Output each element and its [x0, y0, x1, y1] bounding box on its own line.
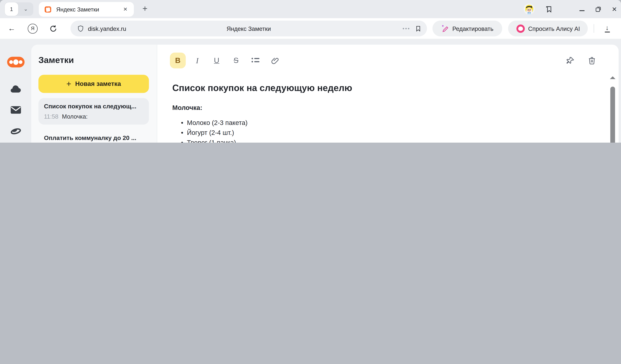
app-area: 18 Заметки + Новая заметка	[0, 39, 621, 143]
magic-pencil-icon	[441, 25, 449, 32]
tab-group-count: 1	[5, 2, 18, 16]
ask-alice-button[interactable]: Спросить Алису AI	[508, 21, 588, 36]
yandex-home-icon[interactable]: Я	[28, 24, 38, 33]
address-bar[interactable]: disk.yandex.ru Яндекс Заметки •••	[70, 21, 427, 36]
note-preview: Молочка:	[62, 113, 87, 120]
scroll-up-icon[interactable]	[610, 76, 616, 79]
toolbar-divider	[594, 24, 594, 33]
shield-icon[interactable]	[77, 24, 84, 33]
minimize-button[interactable]	[579, 7, 584, 11]
bullet-list-button[interactable]	[247, 53, 263, 68]
bookmark-page-icon[interactable]	[415, 25, 421, 32]
services-rail: 18	[0, 39, 31, 143]
tab-strip: 1 ⌄ Яндекс Заметки ✕ + ✕	[0, 0, 621, 18]
note-title: Список покупок на следующую неделю	[172, 82, 591, 94]
browser-menu-icon[interactable]	[563, 6, 569, 12]
attach-file-button[interactable]	[267, 53, 283, 68]
list-item: Творог (1 пачка)	[187, 138, 591, 143]
section-list: Молоко (2-3 пакета) Йогурт (2-4 шт.) Тво…	[172, 118, 591, 143]
new-tab-button[interactable]: +	[139, 1, 151, 16]
tab-title: Яндекс Заметки	[56, 6, 121, 13]
underline-button[interactable]: U	[209, 53, 224, 68]
tab-yandex-notes[interactable]: Яндекс Заметки ✕	[39, 2, 134, 16]
downloads-icon[interactable]: ↓	[603, 25, 612, 32]
note-list-item-selected[interactable]: Список покупок на следующ... 11:58 Молоч…	[38, 98, 149, 125]
back-icon[interactable]: ←	[8, 24, 15, 33]
new-note-label: Новая заметка	[75, 80, 121, 87]
editor-scrollbar[interactable]	[609, 76, 617, 143]
reload-icon[interactable]	[49, 24, 57, 33]
ring-swoosh-icon[interactable]	[10, 127, 21, 136]
address-more-icon[interactable]: •••	[403, 26, 410, 32]
list-item: Йогурт (2-4 шт.)	[187, 128, 591, 138]
plus-icon: +	[67, 80, 71, 87]
tab-group-control[interactable]: 1 ⌄	[5, 2, 33, 16]
disk-cloud-icon[interactable]	[10, 85, 21, 93]
ask-alice-label: Спросить Алису AI	[528, 25, 580, 32]
delete-note-button[interactable]	[584, 53, 600, 68]
strikethrough-button[interactable]: S	[228, 53, 244, 68]
bold-button[interactable]: B	[170, 53, 186, 68]
new-note-button[interactable]: + Новая заметка	[38, 75, 149, 93]
user-avatar[interactable]	[523, 3, 534, 15]
note-editor: B I U S	[157, 45, 619, 143]
scrollbar-thumb[interactable]	[610, 87, 615, 143]
list-item: Молоко (2-3 пакета)	[187, 118, 591, 128]
restore-window-button[interactable]	[595, 6, 602, 12]
format-toolbar: B I U S	[170, 53, 283, 68]
mail-icon[interactable]	[11, 106, 21, 114]
italic-button[interactable]: I	[189, 53, 205, 68]
notes-favicon-icon	[44, 5, 52, 14]
tab-close-icon[interactable]: ✕	[121, 6, 129, 13]
browser-window: 1 ⌄ Яндекс Заметки ✕ + ✕ ←	[0, 0, 621, 143]
pin-note-button[interactable]	[562, 53, 578, 68]
chevron-down-icon[interactable]: ⌄	[18, 7, 33, 11]
section-heading: Молочка:	[172, 104, 591, 111]
note-content[interactable]: Список покупок на следующую неделю Молоч…	[172, 79, 591, 143]
edit-button-label: Редактировать	[452, 25, 493, 32]
browser-toolbar: ← Я disk.yandex.ru Яндекс Заметки •••	[0, 18, 621, 39]
content-card: Заметки + Новая заметка Список покупок н…	[31, 45, 619, 143]
yandex-360-icon[interactable]	[7, 57, 24, 67]
edit-button[interactable]: Редактировать	[432, 21, 502, 36]
url-text: disk.yandex.ru	[88, 25, 126, 32]
notes-panel-title: Заметки	[38, 55, 149, 65]
note-time: 11:58	[44, 113, 58, 120]
note-list-item[interactable]: Оплатить коммуналку до 20 ... 11:56 Пока…	[38, 130, 149, 143]
alice-logo-icon	[516, 24, 525, 33]
bookmarks-icon[interactable]	[545, 5, 552, 13]
close-window-button[interactable]: ✕	[612, 5, 617, 13]
notes-panel: Заметки + Новая заметка Список покупок н…	[31, 45, 157, 143]
